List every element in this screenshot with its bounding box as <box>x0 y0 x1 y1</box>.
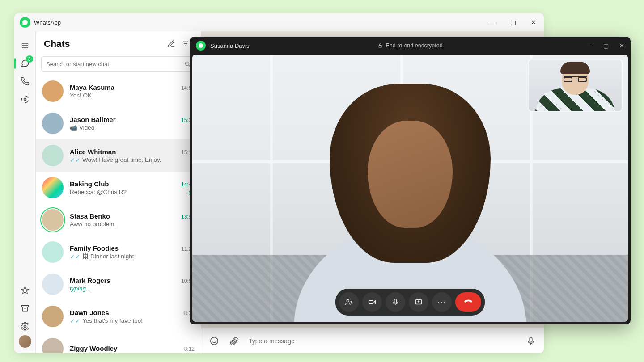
search-box[interactable] <box>41 56 195 72</box>
chat-list: Maya Kasuma14:52Yes! OKJason Ballmer15:2… <box>36 75 201 353</box>
profile-avatar[interactable] <box>19 335 31 348</box>
archive-tab[interactable] <box>14 299 36 317</box>
chat-avatar <box>42 241 64 263</box>
chat-avatar <box>42 209 64 231</box>
toggle-mic-button[interactable] <box>386 292 405 312</box>
chat-name: Baking Club <box>70 180 181 188</box>
chat-preview: ✓✓Wow! Have great time. Enjoy. <box>70 156 195 164</box>
calls-tab[interactable] <box>14 72 36 90</box>
call-controls: ⋯ <box>335 289 485 316</box>
chat-avatar <box>42 113 64 134</box>
message-input[interactable] <box>249 337 516 345</box>
end-call-button[interactable] <box>455 292 481 312</box>
chat-name: Jason Ballmer <box>70 116 181 123</box>
read-checks-icon: ✓✓ <box>70 253 80 260</box>
titlebar: WhatsApp — ▢ ✕ <box>14 13 544 31</box>
share-screen-button[interactable] <box>409 292 428 312</box>
chat-preview: Aww no problem. <box>70 221 195 227</box>
svg-point-2 <box>185 62 189 65</box>
chat-item[interactable]: Maya Kasuma14:52Yes! OK <box>36 75 201 107</box>
svg-point-3 <box>211 337 218 345</box>
chat-name: Stasa Benko <box>70 212 181 220</box>
read-checks-icon: ✓✓ <box>70 156 80 164</box>
chat-name: Ziggy Woodley <box>70 345 184 352</box>
read-checks-icon: ✓✓ <box>70 317 80 324</box>
minimize-button[interactable]: — <box>587 42 593 49</box>
svg-point-0 <box>24 98 26 101</box>
lock-icon <box>377 43 383 48</box>
nav-rail: 3 <box>14 31 36 353</box>
close-button[interactable]: ✕ <box>523 13 544 31</box>
search-input[interactable] <box>46 61 184 67</box>
chat-item[interactable]: Family Foodies11:22✓✓🖼Dinner last night <box>36 236 201 268</box>
svg-point-6 <box>347 299 349 302</box>
call-window-controls: — ▢ ✕ <box>587 42 624 49</box>
mic-icon[interactable] <box>526 336 536 346</box>
chat-name: Mark Rogers <box>70 277 181 284</box>
encryption-text: End-to-end endcrypted <box>386 42 442 49</box>
remote-video: ⋯ <box>192 55 628 322</box>
window-controls: — ▢ ✕ <box>482 13 544 31</box>
unread-badge: 3 <box>26 55 33 63</box>
chat-item[interactable]: Jason Ballmer15:23📹Video <box>36 107 201 139</box>
chat-preview: Rebecca: @Chris R? <box>70 189 186 195</box>
new-chat-button[interactable] <box>164 37 178 51</box>
status-tab[interactable] <box>14 90 36 108</box>
chat-avatar <box>42 145 64 166</box>
svg-rect-7 <box>369 300 373 304</box>
whatsapp-logo-icon <box>20 17 30 28</box>
chat-preview: Yes! OK <box>70 92 195 99</box>
app-title: WhatsApp <box>34 19 61 26</box>
chat-list-header: Chats <box>36 31 201 56</box>
chat-avatar <box>42 306 64 327</box>
message-composer <box>201 328 544 353</box>
minimize-button[interactable]: — <box>482 13 503 31</box>
hamburger-icon[interactable] <box>14 37 36 55</box>
chat-avatar <box>42 80 64 102</box>
chat-avatar <box>42 274 64 295</box>
chat-item[interactable]: Baking Club14:45Rebecca: @Chris R?@ <box>36 172 201 204</box>
caller-name: Susanna Davis <box>210 42 249 49</box>
self-preview[interactable] <box>528 59 623 112</box>
chat-name: Alice Whitman <box>70 148 181 156</box>
svg-point-1 <box>24 325 26 328</box>
chat-avatar <box>42 177 64 198</box>
svg-rect-5 <box>379 46 382 48</box>
chat-item[interactable]: Stasa Benko13:52Aww no problem. <box>36 204 201 236</box>
chat-item[interactable]: Dawn Jones8:32✓✓Yes that's my fave too! <box>36 300 201 333</box>
close-button[interactable]: ✕ <box>619 42 624 49</box>
whatsapp-logo-icon <box>196 41 206 51</box>
chat-item[interactable]: Ziggy Woodley8:12 <box>36 333 201 353</box>
chats-title: Chats <box>44 38 164 49</box>
svg-rect-4 <box>530 337 532 342</box>
chat-preview: ✓✓🖼Dinner last night <box>70 253 195 260</box>
chat-preview: ✓✓Yes that's my fave too! <box>70 317 195 324</box>
encryption-label: End-to-end endcrypted <box>377 42 442 49</box>
chats-tab[interactable]: 3 <box>14 55 36 72</box>
video-call-window: Susanna Davis End-to-end endcrypted — ▢ … <box>190 37 631 324</box>
chat-time: 8:12 <box>184 346 195 352</box>
remote-person <box>285 72 535 322</box>
photo-icon: 🖼 <box>82 253 89 260</box>
video-icon: 📹 <box>70 124 77 131</box>
chat-name: Family Foodies <box>70 244 181 252</box>
chat-item[interactable]: Mark Rogers10:54typing... <box>36 268 201 300</box>
maximize-button[interactable]: ▢ <box>503 13 523 31</box>
attach-icon[interactable] <box>229 336 239 346</box>
chat-item[interactable]: Alice Whitman15:18✓✓Wow! Have great time… <box>36 139 201 172</box>
more-options-button[interactable]: ⋯ <box>432 292 452 312</box>
chat-avatar <box>42 338 64 353</box>
add-participant-button[interactable] <box>339 292 359 312</box>
svg-rect-8 <box>394 299 397 303</box>
call-titlebar: Susanna Davis End-to-end endcrypted — ▢ … <box>190 37 631 55</box>
emoji-icon[interactable] <box>209 336 219 346</box>
chat-preview: 📹Video <box>70 124 195 131</box>
chat-name: Maya Kasuma <box>70 84 181 91</box>
chat-list-panel: Chats Maya Kasuma14:52Yes! OKJason Ballm… <box>36 31 201 353</box>
chat-preview: typing... <box>70 285 195 292</box>
settings-tab[interactable] <box>14 317 36 335</box>
maximize-button[interactable]: ▢ <box>603 42 609 49</box>
starred-tab[interactable] <box>14 282 36 299</box>
toggle-camera-button[interactable] <box>362 292 382 312</box>
chat-name: Dawn Jones <box>70 309 184 316</box>
